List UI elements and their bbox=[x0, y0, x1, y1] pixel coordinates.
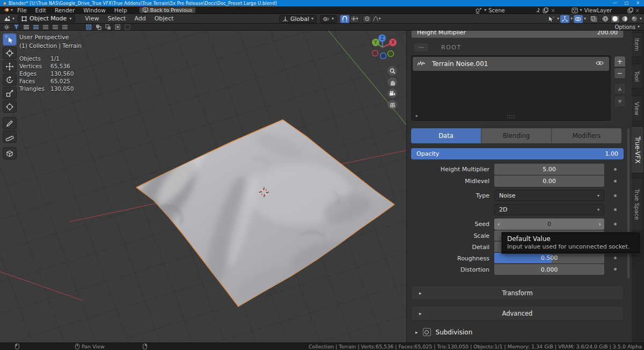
pin-icon[interactable] bbox=[536, 8, 540, 13]
maximize-button[interactable]: □ bbox=[625, 0, 629, 6]
zoom-button[interactable] bbox=[387, 66, 397, 76]
shading-wireframe-button[interactable] bbox=[601, 15, 610, 23]
decorator-dot[interactable] bbox=[614, 208, 617, 211]
height-multiplier-top-slider[interactable]: Height Multiplier 200.00 bbox=[411, 31, 624, 38]
menu-window[interactable]: Window bbox=[79, 6, 109, 14]
panel-scrollbar[interactable] bbox=[627, 128, 630, 279]
gear-icon[interactable] bbox=[3, 24, 11, 30]
shading-rendered-button[interactable] bbox=[630, 15, 639, 23]
camera-view-button[interactable] bbox=[387, 89, 397, 98]
editor-type-button[interactable]: ▾ bbox=[3, 16, 14, 22]
menu-select[interactable]: Select bbox=[103, 15, 130, 22]
measure-tool[interactable] bbox=[3, 130, 17, 143]
terrain-object[interactable] bbox=[113, 120, 394, 307]
back-to-previous-button[interactable]: Back to Previous bbox=[139, 7, 196, 13]
app-menu-button[interactable]: ▾ bbox=[3, 8, 13, 12]
ortho-grid-button[interactable] bbox=[387, 100, 397, 110]
3d-viewport[interactable]: User Perspective (1) Collection | Terrai… bbox=[0, 31, 406, 342]
distortion-field[interactable]: 0.000 bbox=[494, 264, 604, 275]
decorator-dot[interactable] bbox=[614, 223, 617, 225]
shading-solid-button[interactable] bbox=[611, 15, 620, 23]
scale-tool[interactable] bbox=[3, 87, 17, 99]
pivot-point-dropdown[interactable]: ▾ bbox=[320, 15, 337, 23]
select-mode-intersect-icon[interactable] bbox=[123, 24, 131, 30]
tab-view[interactable]: View bbox=[632, 96, 643, 121]
menu-object[interactable]: Object bbox=[150, 15, 178, 22]
menu-help[interactable]: Help bbox=[110, 6, 131, 14]
decorator-dot[interactable] bbox=[614, 194, 617, 197]
filter-funnel-icon[interactable] bbox=[12, 24, 20, 30]
tab-true-vfx[interactable]: True-VFX bbox=[632, 126, 644, 173]
close-button[interactable]: × bbox=[636, 0, 640, 6]
dimension-dropdown[interactable]: 2D ▾ bbox=[494, 204, 604, 215]
move-node-up-button[interactable]: ▲ bbox=[614, 83, 626, 94]
snap-toggle[interactable] bbox=[340, 15, 349, 23]
menu-render[interactable]: Render bbox=[50, 6, 79, 14]
transform-section-header[interactable]: ▸ Transform bbox=[411, 286, 624, 300]
height-multiplier-field[interactable]: 5.00 bbox=[494, 164, 604, 175]
object-visibility-dropdown[interactable] bbox=[547, 15, 556, 23]
advanced-section-header[interactable]: ▸ Advanced bbox=[411, 306, 624, 320]
transform-tool[interactable] bbox=[3, 100, 17, 113]
decorator-dot[interactable] bbox=[614, 257, 617, 259]
minimize-button[interactable]: — bbox=[613, 0, 617, 6]
remove-node-button[interactable]: − bbox=[614, 68, 626, 79]
new-viewlayer-icon[interactable] bbox=[627, 8, 633, 13]
tab-item[interactable]: Item bbox=[632, 32, 643, 57]
xray-toggle[interactable] bbox=[589, 15, 598, 23]
terrain-node-list[interactable]: Terrain Noise.001 ▸ :::: bbox=[411, 55, 611, 121]
tab-data[interactable]: Data bbox=[411, 128, 481, 143]
show-gizmo-toggle[interactable] bbox=[560, 15, 569, 23]
breadcrumb-menu-button[interactable]: ... bbox=[414, 43, 428, 51]
add-cube-tool[interactable] bbox=[3, 147, 17, 159]
select-mode-new-icon[interactable] bbox=[85, 24, 93, 30]
type-dropdown[interactable]: Noise ▾ bbox=[494, 190, 604, 201]
pan-button[interactable] bbox=[387, 77, 397, 87]
list-item-selected[interactable]: Terrain Noise.001 bbox=[413, 57, 609, 71]
tool-lines-icon-5[interactable] bbox=[61, 24, 69, 30]
annotate-tool[interactable] bbox=[3, 117, 17, 129]
mode-dropdown[interactable]: Object Mode ▾ bbox=[18, 14, 75, 23]
menu-edit[interactable]: Edit bbox=[31, 6, 50, 14]
list-resize-grip[interactable]: :::: bbox=[507, 114, 515, 119]
tab-true-space[interactable]: True Space bbox=[632, 178, 643, 231]
eye-icon[interactable] bbox=[596, 60, 604, 66]
list-expand-icon[interactable]: ▸ bbox=[416, 113, 418, 118]
subdivision-section-header[interactable]: ▸ Subdivision bbox=[415, 328, 472, 336]
cursor-tool[interactable] bbox=[3, 47, 17, 59]
unlink-scene-button[interactable]: × bbox=[551, 8, 555, 13]
move-tool[interactable] bbox=[3, 60, 17, 72]
proportional-falloff-dropdown[interactable]: ▾ bbox=[372, 15, 381, 23]
select-mode-subtract-icon[interactable] bbox=[104, 24, 112, 30]
remove-viewlayer-button[interactable]: × bbox=[635, 8, 640, 13]
viewlayer-selector[interactable]: ▾ ViewLayer × bbox=[572, 8, 640, 13]
navigation-gizmo[interactable]: Z Y X bbox=[368, 32, 398, 62]
tool-lines-icon-3[interactable] bbox=[41, 24, 49, 30]
show-overlays-toggle[interactable] bbox=[574, 15, 583, 23]
snap-target-dropdown[interactable]: ▾ bbox=[350, 15, 359, 23]
seed-field[interactable]: ‹ 0 › bbox=[494, 218, 604, 230]
decorator-dot[interactable] bbox=[614, 180, 617, 183]
select-mode-extend-icon[interactable] bbox=[94, 24, 103, 30]
tool-lines-icon-2-active[interactable] bbox=[32, 24, 40, 30]
midlevel-field[interactable]: 0.00 bbox=[494, 176, 604, 187]
decorator-dot[interactable] bbox=[614, 168, 617, 171]
seed-increment-arrow[interactable]: › bbox=[599, 221, 601, 228]
rotate-tool[interactable] bbox=[3, 74, 17, 86]
opacity-slider[interactable]: Opacity 1.00 bbox=[411, 148, 624, 159]
options-dropdown[interactable]: Options ▾ bbox=[614, 24, 640, 30]
shading-material-button[interactable] bbox=[620, 15, 630, 23]
tool-lines-icon-4[interactable] bbox=[51, 24, 59, 30]
tab-modifiers[interactable]: Modifiers bbox=[552, 128, 621, 143]
tab-blending[interactable]: Blending bbox=[481, 128, 552, 143]
proportional-editing-toggle[interactable] bbox=[362, 15, 371, 23]
select-mode-invert-icon[interactable] bbox=[114, 24, 122, 30]
add-node-button[interactable]: + bbox=[614, 56, 626, 67]
menu-add[interactable]: Add bbox=[130, 15, 150, 22]
tool-lines-icon-1[interactable] bbox=[22, 24, 30, 30]
roughness-slider[interactable]: 0.500 bbox=[494, 253, 604, 264]
menu-file[interactable]: File bbox=[13, 6, 31, 14]
move-node-down-button[interactable]: ▼ bbox=[614, 96, 626, 107]
tab-tool[interactable]: Tool bbox=[632, 64, 643, 89]
decorator-dot[interactable] bbox=[614, 268, 617, 271]
